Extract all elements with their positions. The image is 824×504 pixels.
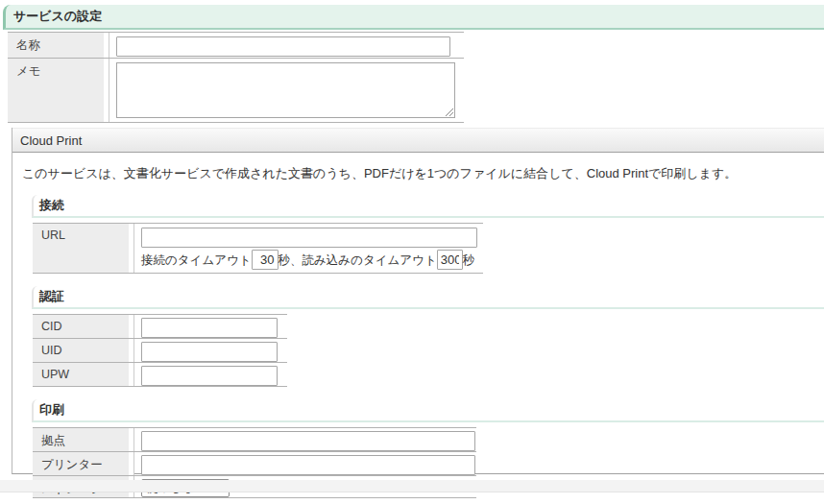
printer-input[interactable] <box>141 455 475 475</box>
auth-heading: 認証 <box>32 286 824 309</box>
connect-timeout-label: 接続のタイムアウト <box>141 253 252 267</box>
name-input[interactable] <box>116 36 450 57</box>
cid-input[interactable] <box>141 318 278 338</box>
name-label: 名称 <box>8 33 109 58</box>
page-title: サービスの設定 <box>3 5 824 30</box>
table-row: メモ <box>8 59 464 123</box>
uid-label: UID <box>33 339 133 362</box>
upw-label: UPW <box>33 363 133 386</box>
settings-page: サービスの設定 名称 メモ Cloud Print このサービスは、文書化サービ… <box>0 0 824 504</box>
url-input[interactable] <box>141 228 477 248</box>
read-timeout-input[interactable] <box>437 250 463 270</box>
cloud-print-legend: Cloud Print <box>12 128 824 153</box>
timeout-settings: 接続のタイムアウト秒、読み込みのタイムアウト秒 <box>141 250 483 270</box>
connection-heading: 接続 <box>32 195 824 218</box>
service-description: このサービスは、文書化サービスで作成された文書のうち、PDFだけを1つのファイル… <box>22 165 824 182</box>
table-row: URL 接続のタイムアウト秒、読み込みのタイムアウト秒 <box>33 224 483 274</box>
read-timeout-label: 秒、読み込みのタイムアウト <box>279 253 437 267</box>
memo-textarea[interactable] <box>116 62 455 118</box>
table-row: CID <box>33 315 287 339</box>
cloud-print-section: Cloud Print このサービスは、文書化サービスで作成された文書のうち、P… <box>12 128 824 474</box>
cid-label: CID <box>33 315 133 338</box>
site-input[interactable] <box>141 431 475 451</box>
upw-input[interactable] <box>141 366 278 386</box>
memo-label: メモ <box>8 59 109 122</box>
table-row: 名称 <box>8 33 464 59</box>
site-label: 拠点 <box>33 428 133 451</box>
printer-label: プリンター <box>33 452 133 475</box>
footer-bar <box>0 480 824 492</box>
table-row: プリンター <box>33 452 476 476</box>
table-row: UID <box>33 339 287 363</box>
connect-timeout-input[interactable] <box>252 250 279 270</box>
uid-input[interactable] <box>141 342 278 362</box>
print-heading: 印刷 <box>32 399 824 422</box>
general-settings-table: 名称 メモ <box>8 32 464 123</box>
connection-table: URL 接続のタイムアウト秒、読み込みのタイムアウト秒 <box>33 223 483 274</box>
seconds-suffix: 秒 <box>463 253 475 267</box>
table-row: 拠点 <box>33 428 476 452</box>
table-row: UPW <box>33 363 287 387</box>
url-label: URL <box>33 224 133 273</box>
auth-table: CID UID UPW <box>33 314 287 387</box>
